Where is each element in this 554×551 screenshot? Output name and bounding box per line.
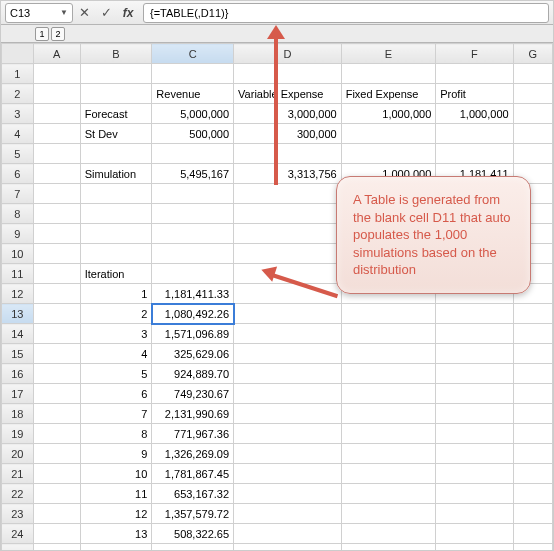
fx-icon[interactable]: fx [117,3,139,23]
row-header-5[interactable]: 5 [2,144,34,164]
cell-F25[interactable] [436,544,513,552]
cell-A22[interactable] [33,484,80,504]
cell-A7[interactable] [33,184,80,204]
cell-G25[interactable] [513,544,552,552]
cell-A18[interactable] [33,404,80,424]
cell-E23[interactable] [341,504,436,524]
cell-E17[interactable] [341,384,436,404]
cell-A8[interactable] [33,204,80,224]
cell-G22[interactable] [513,484,552,504]
outline-level-1[interactable]: 1 [35,27,49,41]
cell-B20[interactable]: 9 [80,444,152,464]
row-header-12[interactable]: 12 [2,284,34,304]
cell-C13[interactable]: 1,080,492.26 [152,304,234,324]
cell-B4[interactable]: St Dev [80,124,152,144]
cell-E1[interactable] [341,64,436,84]
cell-A19[interactable] [33,424,80,444]
cell-D21[interactable] [234,464,342,484]
cancel-icon[interactable]: ✕ [73,3,95,23]
cell-B22[interactable]: 11 [80,484,152,504]
cell-D25[interactable] [234,544,342,552]
col-header-A[interactable]: A [33,44,80,64]
cell-A25[interactable] [33,544,80,552]
row-header-22[interactable]: 22 [2,484,34,504]
cell-D4[interactable]: 300,000 [234,124,342,144]
cell-C15[interactable]: 325,629.06 [152,344,234,364]
row-header-25[interactable]: 25 [2,544,34,552]
row-header-10[interactable]: 10 [2,244,34,264]
cell-F1[interactable] [436,64,513,84]
cell-C25[interactable]: 1,104,776.96 [152,544,234,552]
cell-G13[interactable] [513,304,552,324]
row-header-13[interactable]: 13 [2,304,34,324]
cell-E22[interactable] [341,484,436,504]
cell-B10[interactable] [80,244,152,264]
cell-B11[interactable]: Iteration [80,264,152,284]
cell-C18[interactable]: 2,131,990.69 [152,404,234,424]
row-header-11[interactable]: 11 [2,264,34,284]
row-header-6[interactable]: 6 [2,164,34,184]
cell-B8[interactable] [80,204,152,224]
cell-G15[interactable] [513,344,552,364]
cell-A4[interactable] [33,124,80,144]
cell-B2[interactable] [80,84,152,104]
cell-F5[interactable] [436,144,513,164]
cell-D9[interactable] [234,224,342,244]
cell-B14[interactable]: 3 [80,324,152,344]
cell-F24[interactable] [436,524,513,544]
cell-E3[interactable]: 1,000,000 [341,104,436,124]
cell-E15[interactable] [341,344,436,364]
cell-D19[interactable] [234,424,342,444]
cell-A2[interactable] [33,84,80,104]
cell-F22[interactable] [436,484,513,504]
select-all-corner[interactable] [2,44,34,64]
cell-C3[interactable]: 5,000,000 [152,104,234,124]
cell-B18[interactable]: 7 [80,404,152,424]
cell-F14[interactable] [436,324,513,344]
chevron-down-icon[interactable]: ▼ [60,8,68,17]
cell-D2[interactable]: Variable Expense [234,84,342,104]
cell-E25[interactable] [341,544,436,552]
cell-B25[interactable]: 14 [80,544,152,552]
cell-F18[interactable] [436,404,513,424]
cell-G2[interactable] [513,84,552,104]
row-header-7[interactable]: 7 [2,184,34,204]
cell-F17[interactable] [436,384,513,404]
cell-E14[interactable] [341,324,436,344]
cell-C24[interactable]: 508,322.65 [152,524,234,544]
cell-F20[interactable] [436,444,513,464]
cell-B5[interactable] [80,144,152,164]
cell-D18[interactable] [234,404,342,424]
cell-D14[interactable] [234,324,342,344]
cell-G18[interactable] [513,404,552,424]
cell-F4[interactable] [436,124,513,144]
cell-D16[interactable] [234,364,342,384]
row-header-19[interactable]: 19 [2,424,34,444]
cell-G19[interactable] [513,424,552,444]
cell-A17[interactable] [33,384,80,404]
cell-C17[interactable]: 749,230.67 [152,384,234,404]
name-box[interactable]: C13 ▼ [5,3,73,23]
cell-C12[interactable]: 1,181,411.33 [152,284,234,304]
cell-C14[interactable]: 1,571,096.89 [152,324,234,344]
cell-E2[interactable]: Fixed Expense [341,84,436,104]
cell-C8[interactable] [152,204,234,224]
col-header-G[interactable]: G [513,44,552,64]
cell-A9[interactable] [33,224,80,244]
row-header-20[interactable]: 20 [2,444,34,464]
cell-C6[interactable]: 5,495,167 [152,164,234,184]
cell-B15[interactable]: 4 [80,344,152,364]
row-header-16[interactable]: 16 [2,364,34,384]
cell-B16[interactable]: 5 [80,364,152,384]
cell-G21[interactable] [513,464,552,484]
row-header-15[interactable]: 15 [2,344,34,364]
cell-E5[interactable] [341,144,436,164]
col-header-B[interactable]: B [80,44,152,64]
cell-C23[interactable]: 1,357,579.72 [152,504,234,524]
cell-E13[interactable] [341,304,436,324]
cell-A1[interactable] [33,64,80,84]
cell-C9[interactable] [152,224,234,244]
cell-A11[interactable] [33,264,80,284]
cell-D6[interactable]: 3,313,756 [234,164,342,184]
cell-C22[interactable]: 653,167.32 [152,484,234,504]
